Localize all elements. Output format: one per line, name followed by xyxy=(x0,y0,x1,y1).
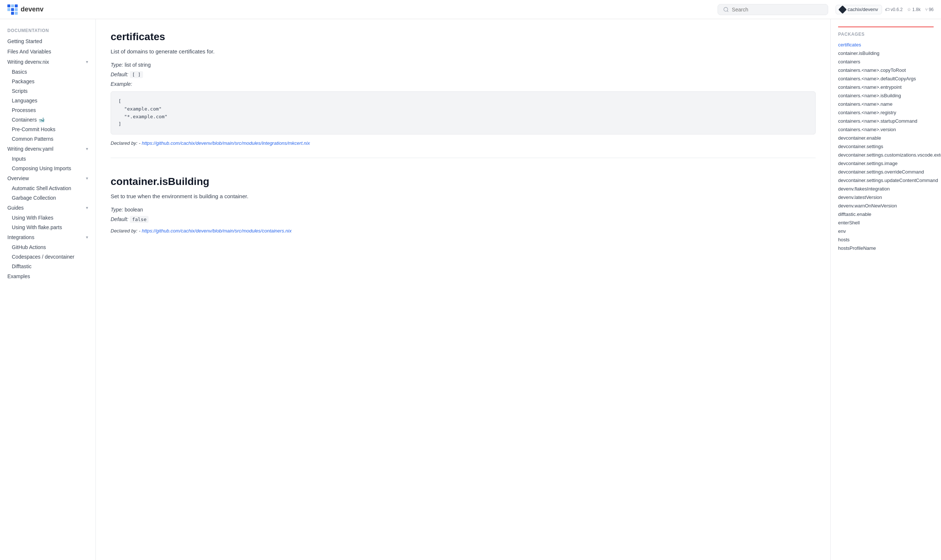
search-input[interactable] xyxy=(732,7,823,12)
page-layout: Documentation Getting StartedFiles And V… xyxy=(0,19,941,560)
sidebar-item-containers[interactable]: Containers 🐋 xyxy=(0,115,96,125)
logo-dot-3 xyxy=(15,5,18,8)
toc-item-devenv-latestversion[interactable]: devenv.latestVersion xyxy=(838,193,933,202)
repo-diamond-icon xyxy=(839,5,847,14)
logo-dot-4 xyxy=(8,8,10,11)
toc-item-devcontainer-settings-overridecommand[interactable]: devcontainer.settings.overrideCommand xyxy=(838,168,933,176)
toc-item-containers-name-copytoroot[interactable]: containers.<name>.copyToRoot xyxy=(838,66,933,74)
toc-item-containers-name-isbuilding[interactable]: containers.<name>.isBuilding xyxy=(838,91,933,100)
sidebar-item-integrations[interactable]: Integrations▾ xyxy=(0,232,96,242)
sidebar-subitem-label: Basics xyxy=(12,69,27,75)
toc-item-difftastic-enable[interactable]: difftastic.enable xyxy=(838,210,933,218)
main-content: certificatesList of domains to generate … xyxy=(96,19,830,560)
toc-item-devcontainer-enable[interactable]: devcontainer.enable xyxy=(838,134,933,142)
section-title-certificates: certificates xyxy=(111,31,816,43)
sidebar-item-using-with-flakes[interactable]: Using With Flakes xyxy=(0,213,96,223)
toc-item-env[interactable]: env xyxy=(838,227,933,235)
sidebar-subitem-label: Garbage Collection xyxy=(12,195,56,201)
sidebar-subitem-label: GitHub Actions xyxy=(12,244,46,250)
sidebar-item-difftastic[interactable]: Difftastic xyxy=(0,262,96,271)
sidebar-subitem-label: Using With Flakes xyxy=(12,215,54,221)
sidebar-item-processes[interactable]: Processes xyxy=(0,105,96,115)
sidebar-subitem-label: Packages xyxy=(12,78,34,85)
toc-item-devenv-flakesintegration[interactable]: devenv.flakesIntegration xyxy=(838,185,933,193)
sidebar-item-languages[interactable]: Languages xyxy=(0,96,96,105)
sidebar-item-packages[interactable]: Packages xyxy=(0,77,96,86)
sidebar-item-examples[interactable]: Examples xyxy=(0,271,96,282)
section-container-is-building: container.isBuildingSet to true when the… xyxy=(111,176,816,234)
chevron-icon: ▾ xyxy=(86,235,88,240)
sidebar-item-writing-devenv-nix[interactable]: Writing devenv.nix▾ xyxy=(0,57,96,67)
repo-badge[interactable]: cachix/devenv xyxy=(836,5,882,14)
search-bar[interactable] xyxy=(717,4,828,15)
sidebar-item-overview[interactable]: Overview▾ xyxy=(0,173,96,183)
chevron-icon: ▾ xyxy=(86,59,88,65)
sidebar-section-documentation: Documentation xyxy=(0,26,96,36)
toc-item-containers-name-registry[interactable]: containers.<name>.registry xyxy=(838,108,933,117)
sidebar-item-writing-devenv-yaml[interactable]: Writing devenv.yaml▾ xyxy=(0,144,96,154)
sidebar-item-basics[interactable]: Basics xyxy=(0,67,96,77)
sidebar-subitem-label: Composing Using Imports xyxy=(12,165,71,171)
toc-item-entershell[interactable]: enterShell xyxy=(838,218,933,227)
sidebar-subitem-label: Processes xyxy=(12,107,36,113)
sidebar-item-pre-commit-hooks[interactable]: Pre-Commit Hooks xyxy=(0,125,96,134)
sidebar-item-inputs[interactable]: Inputs xyxy=(0,154,96,163)
section-desc-container-is-building: Set to true when the environment is buil… xyxy=(111,192,816,201)
declared-by-link-container-is-building[interactable]: https://github.com/cachix/devenv/blob/ma… xyxy=(142,228,292,234)
sidebar-subitem-label: Common Patterns xyxy=(12,136,54,142)
sidebar-item-label: Overview xyxy=(8,175,29,181)
sidebar-item-scripts[interactable]: Scripts xyxy=(0,86,96,96)
sidebar-item-common-patterns[interactable]: Common Patterns xyxy=(0,134,96,144)
toc-top-indicator xyxy=(838,26,933,27)
sidebar-item-files-and-variables[interactable]: Files And Variables xyxy=(0,46,96,57)
field-type-certificates: Type: list of string xyxy=(111,62,816,68)
toc-item-containers-name-name[interactable]: containers.<name>.name xyxy=(838,100,933,108)
logo-dot-6 xyxy=(15,8,18,11)
field-default-certificates: Default: [ ] xyxy=(111,71,816,77)
toc-item-containers-name-defaultcopyargs[interactable]: containers.<name>.defaultCopyArgs xyxy=(838,74,933,83)
sidebar-item-using-with-flake-parts[interactable]: Using With flake.parts xyxy=(0,223,96,232)
toc-item-devcontainer-settings-customizations-vscode-extensions[interactable]: devcontainer.settings.customizations.vsc… xyxy=(838,151,933,159)
sidebar-item-codespaces-devcontainer[interactable]: Codespaces / devcontainer xyxy=(0,252,96,262)
toc-item-container-is-building[interactable]: container.isBuilding xyxy=(838,49,933,57)
sidebar-item-garbage-collection[interactable]: Garbage Collection xyxy=(0,193,96,203)
declared-by-link-certificates[interactable]: https://github.com/cachix/devenv/blob/ma… xyxy=(142,140,310,146)
sidebar-item-automatic-shell-activation[interactable]: Automatic Shell Activation xyxy=(0,183,96,193)
sidebar-subitem-label: Using With flake.parts xyxy=(12,225,62,230)
toc-item-certificates[interactable]: certificates xyxy=(838,40,933,49)
section-divider xyxy=(111,158,816,158)
toc-item-hostsprofilename[interactable]: hostsProfileName xyxy=(838,244,933,252)
field-type-container-is-building: Type: boolean xyxy=(111,207,816,212)
sidebar-item-label: Writing devenv.nix xyxy=(8,59,49,65)
repo-forks: ⑂ 96 xyxy=(925,7,933,12)
toc-item-containers-name-entrypoint[interactable]: containers.<name>.entrypoint xyxy=(838,83,933,91)
sidebar-item-github-actions[interactable]: GitHub Actions xyxy=(0,242,96,252)
sidebar-item-guides[interactable]: Guides▾ xyxy=(0,203,96,213)
sidebar-subitem-label: Pre-Commit Hooks xyxy=(12,126,55,132)
sidebar-item-label: Guides xyxy=(8,205,23,211)
logo-text: devenv xyxy=(21,6,43,13)
toc-item-containers[interactable]: containers xyxy=(838,57,933,66)
fork-icon: ⑂ xyxy=(925,7,928,12)
sidebar-item-label: Getting Started xyxy=(8,38,42,44)
toc-item-devcontainer-settings[interactable]: devcontainer.settings xyxy=(838,142,933,151)
repo-version: 🏷 v0.6.2 xyxy=(885,7,902,12)
toc-item-hosts[interactable]: hosts xyxy=(838,235,933,244)
logo[interactable]: devenv xyxy=(8,5,43,15)
toc-item-containers-name-version[interactable]: containers.<name>.version xyxy=(838,125,933,134)
toc-item-devcontainer-settings-updatecontentcommand[interactable]: devcontainer.settings.updateContentComma… xyxy=(838,176,933,185)
code-block-certificates: [ "example.com" "*.example.com" ] xyxy=(111,91,816,134)
field-example-label-certificates: Example: xyxy=(111,81,816,87)
repo-name: cachix/devenv xyxy=(848,7,878,12)
star-icon: ☆ xyxy=(907,7,911,12)
section-certificates: certificatesList of domains to generate … xyxy=(111,31,816,158)
sidebar-subitem-label: Languages xyxy=(12,98,37,103)
logo-dot-5 xyxy=(11,8,14,11)
toc-item-devcontainer-settings-image[interactable]: devcontainer.settings.image xyxy=(838,159,933,168)
sidebar-subitem-label: Codespaces / devcontainer xyxy=(12,254,74,260)
toc-item-devenv-warnonnewversion[interactable]: devenv.warnOnNewVersion xyxy=(838,202,933,210)
toc-item-containers-name-startupcommand[interactable]: containers.<name>.startupCommand xyxy=(838,117,933,125)
logo-dot-1 xyxy=(8,5,10,8)
sidebar-item-composing-using-imports[interactable]: Composing Using Imports xyxy=(0,163,96,173)
sidebar-item-getting-started[interactable]: Getting Started xyxy=(0,36,96,46)
